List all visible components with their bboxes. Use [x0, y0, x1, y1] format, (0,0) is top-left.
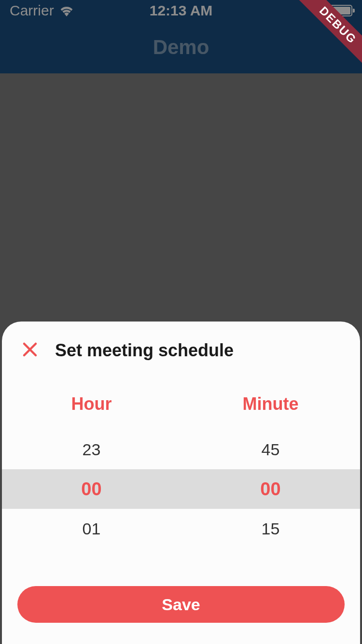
hour-prev: 23 [2, 440, 181, 459]
save-area: Save [2, 586, 360, 644]
minute-selected: 00 [181, 479, 360, 500]
picker-labels: Hour Minute [2, 394, 360, 414]
sheet-header: Set meeting schedule [2, 322, 360, 371]
minute-column-label: Minute [181, 394, 360, 414]
hour-column-label: Hour [2, 394, 181, 414]
bottom-sheet: Set meeting schedule Hour Minute 23 45 0… [2, 322, 360, 644]
picker-row-next[interactable]: 01 15 [2, 509, 360, 548]
time-picker[interactable]: 23 45 00 00 01 15 [2, 430, 360, 548]
save-button[interactable]: Save [17, 586, 345, 623]
hour-selected: 00 [2, 479, 181, 500]
picker-row-prev[interactable]: 23 45 [2, 430, 360, 469]
close-button[interactable] [19, 340, 41, 361]
minute-next: 15 [181, 519, 360, 538]
close-icon [21, 341, 39, 360]
minute-prev: 45 [181, 440, 360, 459]
hour-next: 01 [2, 519, 181, 538]
picker-row-selected[interactable]: 00 00 [2, 469, 360, 509]
sheet-title: Set meeting schedule [55, 340, 234, 361]
